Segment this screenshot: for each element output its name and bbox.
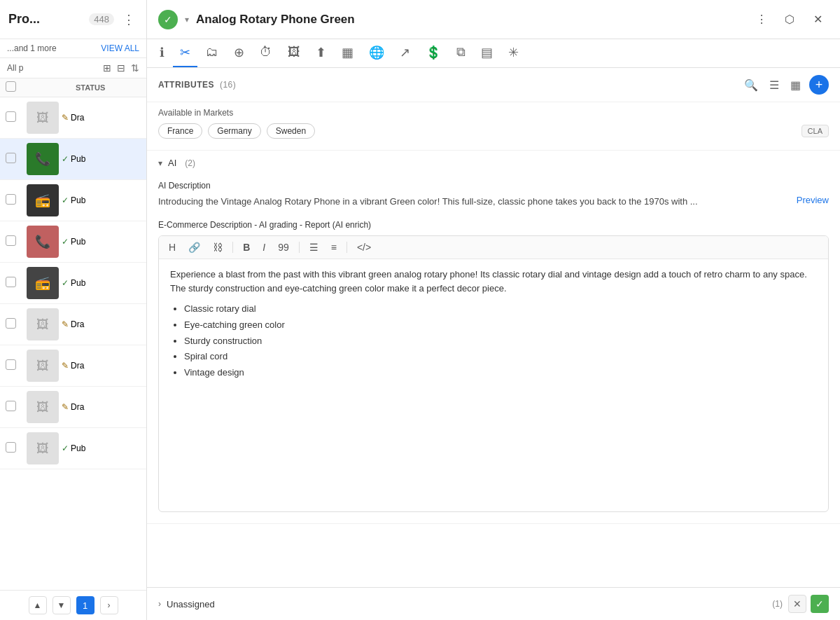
draft-icon: ✎ [62, 402, 69, 412]
markets-content: Available in Markets France Germany Swed… [147, 102, 840, 150]
view-all-link[interactable]: VIEW ALL [101, 43, 139, 53]
published-icon: ✓ [62, 443, 69, 453]
left-menu-button[interactable]: ⋮ [120, 9, 138, 30]
close-button[interactable]: ✕ [806, 8, 829, 31]
row-checkbox[interactable] [6, 111, 16, 122]
filter-icon[interactable]: ⊟ [117, 62, 125, 74]
view-icon[interactable]: ⊞ [103, 62, 111, 74]
table-row[interactable]: 🖼 ✎ Dra [0, 345, 146, 387]
unassigned-chevron-icon[interactable]: › [158, 599, 161, 609]
header-chevron-icon[interactable]: ▾ [185, 15, 189, 25]
product-image-placeholder: 🖼 [27, 308, 59, 340]
ai-section: ▾ AI (2) AI Description Preview Introduc… [147, 151, 840, 524]
tab-share[interactable]: ↗ [393, 39, 417, 67]
tab-bar: ℹ ✂ 🗂 ⊕ ⏱ 🖼 ⬆ ▦ 🌐 ↗ 💲 ⧉ ▤ ✳ [147, 39, 840, 68]
draft-icon: ✎ [62, 361, 69, 371]
content-area: ATTRIBUTES (16) 🔍 ☰ ▦ + Available in Mar… [147, 68, 840, 587]
tab-globe[interactable]: 🌐 [362, 39, 391, 67]
table-row[interactable]: 🖼 ✎ Dra [0, 97, 146, 139]
list-item: Eye-catching green color [184, 318, 817, 333]
unassigned-cancel-button[interactable]: ✕ [788, 595, 806, 613]
ai-section-count: (2) [185, 158, 195, 168]
prev-page-button-2[interactable]: ▼ [52, 596, 71, 614]
rich-text-editor[interactable]: H 🔗 ⛓ B I 99 ☰ ≡ </> Experienc [158, 235, 829, 512]
tab-upload[interactable]: ⬆ [309, 39, 333, 67]
unassigned-count: (1) [772, 599, 783, 609]
tab-dollar[interactable]: 💲 [419, 39, 448, 67]
product-list: 🖼 ✎ Dra 📞 ✓ Pub 📻 [0, 97, 146, 590]
tab-clock[interactable]: ⏱ [253, 39, 279, 67]
grid-view-icon[interactable]: ▦ [788, 76, 804, 95]
table-row[interactable]: 🖼 ✎ Dra [0, 387, 146, 428]
tab-info[interactable]: ℹ [153, 39, 172, 67]
link-tool[interactable]: 🔗 [186, 240, 203, 254]
status-badge: ✓ Pub [62, 237, 85, 247]
tab-grid[interactable]: ▦ [335, 39, 360, 67]
market-germany[interactable]: Germany [208, 123, 260, 139]
draft-icon: ✎ [62, 113, 69, 123]
tab-folder[interactable]: 🗂 [199, 39, 225, 67]
prev-page-button[interactable]: ▲ [29, 596, 47, 614]
row-checkbox[interactable] [6, 277, 16, 287]
attributes-header: ATTRIBUTES (16) 🔍 ☰ ▦ + [147, 68, 840, 102]
table-row[interactable]: 🖼 ✓ Pub [0, 428, 146, 469]
tab-copy[interactable]: ⧉ [449, 39, 472, 67]
ai-description-text: Introducing the Vintage Analog Rotary Ph… [158, 196, 698, 207]
editor-body[interactable]: Experience a blast from the past with th… [159, 259, 828, 511]
market-france[interactable]: France [158, 123, 202, 139]
list-view-icon[interactable]: ☰ [766, 76, 782, 95]
unassigned-confirm-button[interactable]: ✓ [811, 595, 829, 613]
numbered-list-tool[interactable]: ≡ [328, 240, 340, 254]
table-row[interactable]: 📞 ✓ Pub [0, 221, 146, 263]
row-checkbox[interactable] [6, 359, 16, 370]
tab-scissors[interactable]: ✂ [173, 39, 197, 67]
list-item: Spiral cord [184, 350, 817, 364]
tab-layout[interactable]: ▤ [474, 39, 500, 67]
ai-section-header[interactable]: ▾ AI (2) [147, 151, 840, 175]
more-options-button[interactable]: ⋮ [750, 8, 773, 31]
product-count-badge: 448 [89, 13, 114, 25]
tab-image[interactable]: 🖼 [281, 39, 307, 67]
status-badge: ✓ Pub [62, 154, 85, 164]
left-toolbar: All p ⊞ ⊟ ⇅ [0, 58, 146, 78]
add-attribute-button[interactable]: + [809, 75, 829, 95]
left-panel: Pro... 448 ⋮ ...and 1 more VIEW ALL All … [0, 0, 147, 620]
table-row[interactable]: 🖼 ✎ Dra [0, 304, 146, 345]
table-row[interactable]: 📞 ✓ Pub [0, 139, 146, 180]
status-badge: ✓ Pub [62, 443, 85, 453]
next-page-button[interactable]: › [100, 596, 118, 614]
list-item: Sturdy construction [184, 334, 817, 349]
right-header: ✓ ▾ Analog Rotary Phone Green ⋮ ⬡ ✕ [147, 0, 840, 39]
export-button[interactable]: ⬡ [778, 8, 801, 31]
row-checkbox[interactable] [6, 153, 16, 163]
tab-link[interactable]: ⊕ [227, 39, 251, 67]
bullet-list-tool[interactable]: ☰ [307, 240, 321, 254]
ai-section-chevron: ▾ [158, 158, 162, 168]
number-tool[interactable]: 99 [275, 240, 292, 254]
preview-link[interactable]: Preview [797, 195, 829, 205]
toolbar-divider-2 [299, 242, 300, 253]
row-checkbox[interactable] [6, 235, 16, 246]
search-icon[interactable]: 🔍 [741, 76, 761, 95]
cla-badge: CLA [802, 125, 829, 137]
unlink-tool[interactable]: ⛓ [210, 240, 225, 254]
market-sweden[interactable]: Sweden [267, 123, 315, 139]
published-icon: ✓ [62, 195, 69, 205]
sort-icon[interactable]: ⇅ [131, 62, 139, 74]
row-checkbox[interactable] [6, 442, 16, 453]
table-row[interactable]: 📻 ✓ Pub [0, 263, 146, 304]
table-row[interactable]: 📻 ✓ Pub [0, 180, 146, 221]
published-icon: ✓ [62, 237, 69, 247]
unassigned-bar: › Unassigned (1) ✕ ✓ [147, 587, 840, 620]
product-image: 📞 [27, 226, 59, 258]
heading-tool[interactable]: H [166, 240, 178, 254]
italic-tool[interactable]: I [260, 240, 268, 254]
filter-label: All p [7, 63, 97, 73]
code-tool[interactable]: </> [354, 240, 374, 254]
select-all-checkbox[interactable] [6, 81, 16, 92]
row-checkbox[interactable] [6, 194, 16, 205]
row-checkbox[interactable] [6, 401, 16, 411]
row-checkbox[interactable] [6, 318, 16, 329]
tab-magic[interactable]: ✳ [501, 39, 526, 67]
bold-tool[interactable]: B [240, 240, 253, 254]
